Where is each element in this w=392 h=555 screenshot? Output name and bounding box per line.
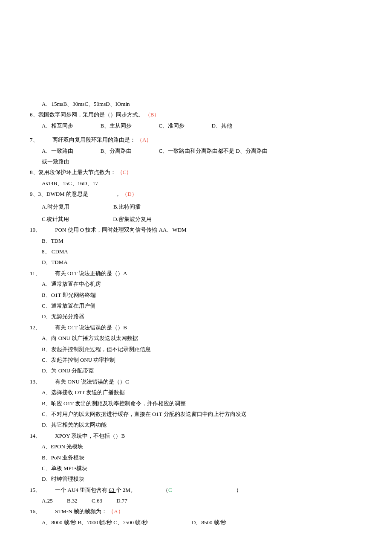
q7-options: A、一致路由 B、分离路由 C、一致路由和分离路由都不是 D、分离路由 — [30, 146, 362, 156]
q9-comma: ， — [115, 191, 121, 197]
q12-opt-a: A、向 ONU 以广播方式发送以太网数据 — [30, 333, 362, 343]
q16-answer: （A） — [108, 508, 123, 514]
q13-opt-a: A、选择接收 O1T 发送的广播数据 — [30, 387, 362, 397]
q16-opt-d: D、8500 帧/秒 — [192, 519, 226, 526]
q16-text: STM-N 帧的帧频为： — [55, 508, 107, 514]
q12-num: 12、 — [30, 324, 41, 331]
q15-paren-r: ） — [236, 487, 242, 493]
q14-opt-c: C、单板 MP1•模块 — [30, 463, 362, 473]
q6-stem: 6、我国数字同步网，采用的是（）同步方式。 （B） — [30, 110, 362, 119]
q9-opt-d: D.密集波分复用 — [113, 216, 152, 222]
q14-opt-a: 、EPON 光模块 — [45, 443, 83, 450]
q14-opt-a-line: A、EPON 光模块 — [30, 442, 362, 451]
q12-opt-d: D、为 ONIJ 分配带宽 — [30, 366, 362, 375]
q9-stem: 9、3、DWDM 的意思是 ， （D） — [30, 189, 362, 199]
q15-opt-b: B.32 — [67, 497, 78, 504]
q13-num: 13、 — [30, 378, 41, 385]
q7-opt-cd: C、一致路由和分离路由都不是 D、分离路由 — [159, 148, 268, 154]
q7-answer: （A） — [137, 137, 152, 143]
q6-opt-c: C、准同步 — [159, 122, 185, 129]
q6-answer: （B） — [145, 111, 160, 118]
q9-options-ab: A.时分复用 B.比特间插 — [30, 202, 362, 212]
q12-opt-b: B、发起并控制测距过程，但不记录测距信息 — [30, 344, 362, 354]
q13-stem: 13、 有关 ONU 说法错误的是（）C — [30, 377, 362, 386]
q11-opt-a: A、通常放置在中心机房 — [30, 279, 362, 289]
q9-opt-a: A.时分复用 — [42, 203, 69, 210]
q14-opt-a-letter: A — [42, 443, 45, 450]
q5-options: A、15msB、30msC、50msD、IOmin — [30, 99, 362, 109]
q15-opt-a: A.25 — [42, 497, 53, 504]
q7-options-cont: 或一致路由 — [30, 157, 362, 166]
q10-stem: 10、 PON 使用 O 技术，同时处理双向信号传输 AA、WDM — [30, 225, 362, 235]
q6-opt-d: D、其他 — [211, 122, 232, 129]
q8-options: As14B、15C、16D、17 — [30, 178, 362, 188]
q11-opt-d: D、无源光分路器 — [30, 311, 362, 321]
q9-text: 9、3、DWDM 的意思是 — [30, 191, 88, 197]
q6-options: A、相互同步 B、主从同步 C、准同步 D、其他 — [30, 121, 362, 131]
q10-text: PON 使用 O 技术，同时处理双向信号传输 AA、WDM — [55, 227, 186, 233]
q12-opt-c: C、发起并控制 ONU 功率控制 — [30, 355, 362, 365]
q11-opt-c: C、通常放置在用户侧 — [30, 301, 362, 311]
q15-opt-d: D.77 — [116, 497, 127, 504]
q15-num: 15、 — [30, 487, 41, 493]
q15-answer: C — [168, 487, 172, 493]
q14-num: 14、 — [30, 433, 41, 439]
q16-stem: 16、 STM-N 帧的帧频为： （A） — [30, 506, 362, 516]
q10-opt-b: B、TDM — [30, 236, 362, 246]
q7-text: 两纤双向复用段环采用的路由是： — [52, 137, 135, 143]
q6-text: 6、我国数字同步网，采用的是（）同步方式。 — [30, 111, 144, 118]
q6-opt-a: A、相互同步 — [42, 122, 73, 129]
q13-opt-b: B、响应 O1T 发出的测距及功率控制命令，并作相应的调整 — [30, 398, 362, 408]
q10-opt-c: 8、 CDMA — [30, 247, 362, 256]
q7-stem: 7、 两纤双向复用段环采用的路由是： （A） — [30, 135, 362, 145]
q7-opt-b: B、分离路由 — [101, 148, 132, 154]
q14-text: XPOY 系统中，不包括（）B — [55, 433, 125, 439]
q12-text: 有关 O1T 说法错误的是（）B — [55, 324, 127, 331]
q9-options-cd: C.统计其用 D.密集波分复用 — [30, 214, 362, 224]
q9-opt-c: C.统计其用 — [42, 216, 69, 222]
q14-stem: 14、 XPOY 系统中，不包括（）B — [30, 431, 362, 441]
q11-text: 有关 O1T 说法正确的是（）A — [55, 270, 127, 276]
q10-opt-d: D、TDMA — [30, 257, 362, 267]
q16-opt-abc: A、8000 帧/秒 B、7000 帧/秒 C、7500 帧/秒 — [42, 519, 148, 526]
q15-text-post: 个 2M。 — [116, 487, 136, 493]
q11-num: 11、 — [30, 270, 41, 276]
q8-answer: （C） — [117, 169, 132, 175]
q11-stem: 11、 有关 O1T 说法正确的是（）A — [30, 268, 362, 278]
q10-num: 10、 — [30, 227, 41, 233]
q12-stem: 12、 有关 O1T 说法错误的是（）B — [30, 323, 362, 332]
q7-opt-a: A、一致路由 — [42, 148, 73, 154]
q15-options: A.25 B.32 C.63 D.77 — [30, 496, 362, 506]
q8-text: 8、复用段保护环上最大节点数为： — [30, 169, 116, 175]
q13-opt-c: C、不对用户的以太网数据进行缓存，直接在 O1T 分配的发送窗口中向上行方向发送 — [30, 409, 362, 419]
q14-opt-b: B、PoN 业务模块 — [30, 453, 362, 462]
q15-text-pre: 一个 AU4 里面包含有 — [55, 487, 109, 493]
q7-num: 7、 — [30, 137, 38, 143]
q16-options: A、8000 帧/秒 B、7000 帧/秒 C、7500 帧/秒 D、8500 … — [30, 517, 362, 527]
q15-stem: 15、 一个 AU4 里面包含有 63 个 2M。 （C） — [30, 485, 362, 495]
q11-opt-b: B、O1T 即光网络终端 — [30, 290, 362, 300]
q13-opt-d: D、其它相关的以太网功能 — [30, 420, 362, 430]
q6-opt-b: B、主从同步 — [101, 122, 132, 129]
q16-num: 16、 — [30, 508, 41, 514]
q8-stem: 8、复用段保护环上最大节点数为： （C） — [30, 167, 362, 177]
q15-underline: 63 — [109, 487, 115, 493]
q9-opt-b: B.比特间插 — [113, 203, 141, 210]
q15-paren-l: （ — [163, 487, 168, 493]
q13-text: 有关 ONU 说法错误的是（）C — [55, 378, 129, 385]
q15-opt-c: C.63 — [92, 497, 102, 504]
q9-answer: （D） — [122, 191, 137, 197]
q14-opt-d: D、时钟管理模块 — [30, 474, 362, 484]
